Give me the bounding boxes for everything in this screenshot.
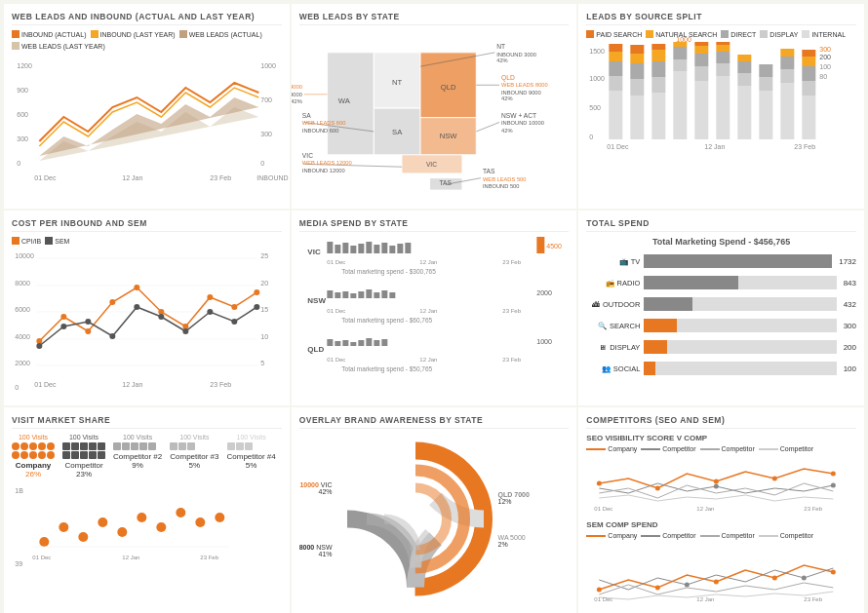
svg-rect-165 [405,243,411,253]
svg-rect-107 [803,50,816,57]
svg-text:12 Jan: 12 Jan [419,308,437,314]
comp3-name: Competitor #3 [170,452,218,461]
legend-color-inbound-actual [12,30,20,38]
svg-point-228 [655,586,660,591]
spend-label-search: 🔍 SEARCH [586,322,640,330]
svg-rect-195 [381,339,387,346]
svg-text:23 Feb: 23 Feb [795,143,816,150]
spend-value-search: 300 [844,322,856,330]
svg-text:300: 300 [17,135,28,142]
svg-text:INBOUND: INBOUND [256,174,288,181]
svg-text:12 Jan: 12 Jan [697,596,715,602]
svg-rect-64 [610,61,623,76]
svg-text:01 Dec: 01 Dec [595,596,613,602]
svg-point-142 [60,324,66,329]
svg-text:12 Jan: 12 Jan [705,143,726,150]
spend-bar-display [644,340,836,354]
spend-row-display: 🖥 DISPLAY 200 [586,340,856,354]
spend-value-outdoor: 432 [844,300,856,309]
company-visits-label: 100 Visits [12,434,55,441]
svg-rect-70 [631,54,645,63]
legend-inbound-actual: INBOUND (ACTUAL) [12,30,87,38]
svg-text:25: 25 [260,252,268,259]
svg-text:8000: 8000 [15,280,30,287]
svg-rect-97 [760,77,773,91]
company-dots [12,442,55,459]
svg-point-227 [597,588,602,593]
seo-legend-comp3: Competitor [759,445,813,452]
svg-text:12 Jan: 12 Jan [419,259,437,265]
svg-point-232 [685,583,690,588]
seo-legend-comp2: Competitor [700,445,755,452]
svg-rect-194 [374,340,379,346]
svg-point-145 [134,304,139,310]
qld-label: QLD 7000 [498,491,530,498]
svg-text:42%: 42% [496,57,507,63]
svg-text:INBOUND 500: INBOUND 500 [483,183,520,189]
company-pct: 26% [12,470,55,479]
svg-rect-87 [717,76,730,139]
svg-text:NSW + ACT: NSW + ACT [501,112,536,119]
svg-rect-83 [695,66,709,81]
spend-bar-radio [644,276,836,289]
cost-legend: CPI/IB SEM [12,237,282,245]
spend-fill-outdoor [644,297,691,311]
svg-text:4000: 4000 [15,333,30,340]
comp2-visits: 100 Visits [113,434,162,441]
svg-text:TAS: TAS [439,179,452,186]
svg-rect-99 [781,83,795,139]
spend-value-social: 100 [844,364,856,373]
dot-display [760,30,768,38]
company-block: 100 Visits Company 26% [12,434,55,479]
svg-rect-177 [358,291,364,298]
svg-rect-71 [631,45,645,54]
comp4-pct: 5% [227,461,276,470]
svg-rect-179 [374,292,379,298]
spend-fill-display [644,340,667,354]
media-spend-title: MEDIA SPEND BY STATE [299,218,570,232]
media-spend-panel: MEDIA SPEND BY STATE VIC 4500 01 Dec 12 … [292,211,577,405]
visit-market-share-title: VISIT MARKET SHARE [12,415,282,429]
leads-source-title: LEADS BY SOURCE SPLIT [586,12,856,25]
svg-point-209 [156,522,166,532]
spend-label-outdoor: 🏙 OUTDOOR [586,300,640,309]
svg-rect-69 [631,63,645,79]
spend-row-social: 👥 SOCIAL 100 [586,362,856,375]
svg-point-135 [134,285,139,290]
svg-point-218 [655,486,660,491]
dot-direct [721,30,729,38]
seo-section: SEO VISIBILITY SCORE V COMP Company Comp… [586,434,856,515]
legend-display: DISPLAY [760,30,798,38]
svg-text:1500: 1500 [590,48,606,55]
svg-text:1B: 1B [15,487,23,494]
svg-text:23 Feb: 23 Feb [200,555,218,560]
spend-bar-outdoor [644,297,836,311]
brand-awareness-container: 10000 VIC 42% 8000 NSW 41% [299,434,570,604]
dot-sem [45,237,53,245]
svg-text:6000: 6000 [15,306,30,313]
svg-rect-91 [717,42,730,45]
svg-rect-75 [652,50,666,61]
svg-rect-188 [327,339,333,346]
svg-text:QLD: QLD [440,83,455,92]
spend-fill-tv [644,254,832,268]
comp2-pct: 9% [113,461,162,470]
svg-text:SA: SA [392,128,403,136]
svg-text:01 Dec: 01 Dec [327,259,345,265]
svg-rect-175 [342,291,348,298]
spend-value-radio: 843 [844,279,856,287]
svg-rect-95 [738,55,752,61]
sem-legend: Company Competitor Competitor Competitor [586,532,856,539]
svg-text:12 Jan: 12 Jan [419,357,437,363]
svg-text:0: 0 [260,160,264,167]
web-leads-state-panel: WEB LEADS BY STATE WA NT [292,4,577,209]
svg-rect-189 [335,341,340,346]
spend-label-tv: 📺 TV [586,257,640,266]
australia-map: WA NT SA QLD NSW VIC TAS WEB LEADS 4000 … [299,30,570,191]
svg-text:QLD: QLD [307,345,324,354]
legend-color-web-last [12,42,20,50]
svg-rect-101 [781,57,795,69]
svg-rect-89 [717,52,730,63]
svg-text:01 Dec: 01 Dec [327,308,345,314]
svg-text:23 Feb: 23 Feb [210,174,231,181]
